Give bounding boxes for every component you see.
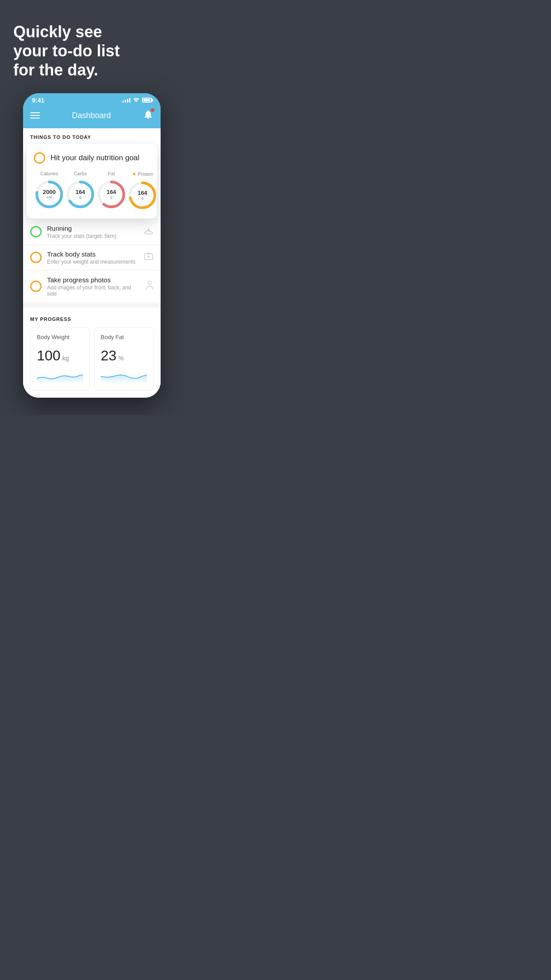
nutrition-checkbox[interactable] bbox=[34, 152, 45, 164]
body-stats-checkbox[interactable] bbox=[30, 252, 42, 263]
svg-point-11 bbox=[148, 281, 151, 285]
fat-label: Fat bbox=[108, 171, 115, 176]
outer-wrapper: Quickly see your to-do list for the day.… bbox=[0, 0, 184, 415]
body-weight-label: Body Weight bbox=[37, 334, 83, 340]
battery-icon bbox=[142, 98, 152, 103]
things-section-title: THINGS TO DO TODAY bbox=[30, 134, 153, 140]
progress-section-title: MY PROGRESS bbox=[30, 316, 153, 322]
body-fat-value: 23 bbox=[101, 348, 117, 364]
todo-item-progress-photos[interactable]: Take progress photos Add images of your … bbox=[23, 270, 161, 302]
body-fat-card: Body Fat 23 % bbox=[94, 327, 153, 391]
body-weight-chart bbox=[37, 368, 83, 384]
fat-ring: 164 g bbox=[96, 179, 127, 210]
signal-bars-icon bbox=[122, 98, 130, 103]
notification-dot bbox=[151, 108, 154, 112]
status-bar: 9:41 bbox=[23, 93, 161, 106]
body-weight-card: Body Weight 100 kg bbox=[30, 327, 90, 391]
progress-photos-subtitle: Add images of your front, back, and side bbox=[47, 285, 140, 297]
wifi-icon bbox=[133, 97, 140, 103]
hamburger-menu-icon[interactable] bbox=[30, 112, 40, 119]
calories-label: Calories bbox=[40, 171, 58, 176]
todo-item-running[interactable]: Running Track your stats (target: 5km) bbox=[23, 219, 161, 245]
scale-icon bbox=[144, 252, 153, 263]
progress-photos-title: Take progress photos bbox=[47, 276, 140, 284]
nutrition-item-carbs: Carbs 164 g bbox=[65, 171, 96, 210]
calories-ring: 2000 cal bbox=[34, 179, 65, 210]
carbs-label: Carbs bbox=[74, 171, 87, 176]
todo-list: Running Track your stats (target: 5km) bbox=[23, 219, 161, 302]
carbs-ring: 164 g bbox=[65, 179, 96, 210]
nutrition-card: Hit your daily nutrition goal Calories bbox=[27, 144, 157, 219]
status-time: 9:41 bbox=[32, 97, 44, 104]
body-stats-title: Track body stats bbox=[47, 250, 138, 258]
progress-section: MY PROGRESS Body Weight 100 kg bbox=[23, 308, 161, 398]
hero-title: Quickly see your to-do list for the day. bbox=[13, 22, 170, 80]
body-fat-chart bbox=[101, 368, 147, 384]
progress-photos-checkbox[interactable] bbox=[30, 281, 42, 292]
protein-ring: 164 g bbox=[127, 180, 158, 211]
app-content: THINGS TO DO TODAY Hit your daily nutrit… bbox=[23, 128, 161, 398]
body-weight-unit: kg bbox=[62, 355, 69, 362]
progress-grid: Body Weight 100 kg bbox=[30, 327, 153, 391]
body-fat-label: Body Fat bbox=[101, 334, 147, 340]
nutrition-item-fat: Fat 164 g bbox=[96, 171, 127, 210]
body-stats-subtitle: Enter your weight and measurements bbox=[47, 259, 138, 265]
nutrition-item-protein: ★ Protein 164 g bbox=[127, 171, 158, 211]
body-fat-unit: % bbox=[118, 355, 124, 362]
running-title: Running bbox=[47, 225, 138, 232]
star-icon: ★ bbox=[132, 171, 137, 177]
app-header: Dashboard bbox=[23, 106, 161, 128]
person-icon bbox=[146, 281, 153, 292]
nutrition-card-title: Hit your daily nutrition goal bbox=[51, 154, 139, 162]
things-section: THINGS TO DO TODAY Hit your daily nutrit… bbox=[23, 128, 161, 219]
protein-label: ★ Protein bbox=[132, 171, 153, 177]
nutrition-item-calories: Calories 2000 cal bbox=[34, 171, 65, 210]
header-title: Dashboard bbox=[72, 111, 111, 120]
body-weight-value: 100 bbox=[37, 348, 60, 364]
status-icons bbox=[122, 97, 152, 103]
hero-section: Quickly see your to-do list for the day. bbox=[0, 0, 184, 93]
shoe-icon bbox=[144, 227, 153, 237]
phone-mockup: 9:41 bbox=[23, 93, 161, 398]
todo-item-body-stats[interactable]: Track body stats Enter your weight and m… bbox=[23, 245, 161, 270]
nutrition-grid: Calories 2000 cal bbox=[34, 171, 150, 211]
notification-bell-icon[interactable] bbox=[143, 109, 153, 122]
running-subtitle: Track your stats (target: 5km) bbox=[47, 233, 138, 239]
running-checkbox[interactable] bbox=[30, 226, 42, 237]
nutrition-card-header: Hit your daily nutrition goal bbox=[34, 152, 150, 164]
